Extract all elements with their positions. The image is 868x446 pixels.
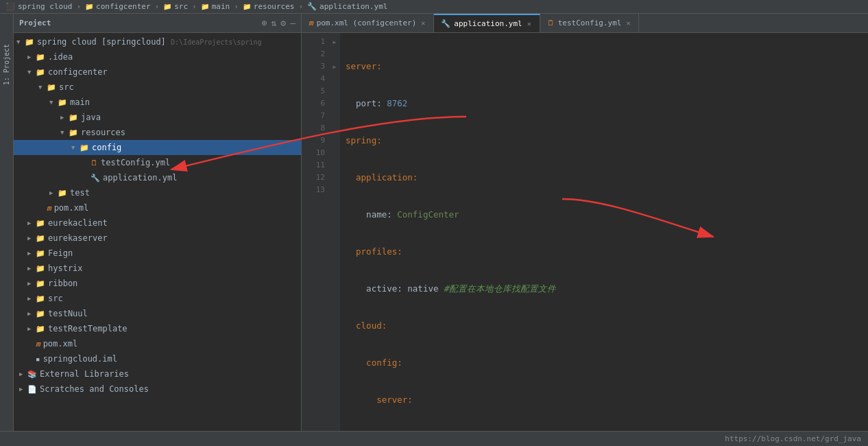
breadcrumb-resources[interactable]: resources (254, 2, 295, 11)
tab-pom-icon: m (309, 19, 313, 27)
breadcrumb-sep4: › (234, 2, 239, 11)
collapse-icon[interactable]: ⇅ (272, 18, 277, 28)
tree-item-testconfig[interactable]: ▶ 🗒 testConfig.yml (14, 155, 301, 170)
configcenter-icon: 📁 (36, 68, 45, 77)
tree-item-ribbon[interactable]: ▶ 📁 ribbon (14, 276, 301, 291)
tree-item-main[interactable]: ▼ 📁 main (14, 95, 301, 110)
testnuul-arrow: ▶ (27, 310, 36, 317)
tree-item-test[interactable]: ▶ 📁 test (14, 185, 301, 200)
tree-item-scratches[interactable]: ▶ 📄 Scratches and Consoles (14, 382, 301, 397)
folder-icon3: 📁 (201, 3, 209, 10)
line-numbers: 12345 678910 111213 (302, 33, 329, 431)
breadcrumb-src[interactable]: src (174, 2, 188, 11)
tree-item-idea[interactable]: ▶ 📁 .idea (14, 49, 301, 64)
root-folder-icon: 📁 (25, 38, 34, 47)
testrest-icon: 📁 (36, 325, 45, 333)
tree-item-java[interactable]: ▶ 📁 java (14, 110, 301, 125)
src2-icon: 📁 (36, 294, 45, 303)
tree-item-testnuul[interactable]: ▶ 📁 testNuul (14, 306, 301, 321)
tree-item-testrest[interactable]: ▶ 📁 testRestTemplate (14, 321, 301, 336)
code-content[interactable]: server: port: 8762 spring: application: … (340, 33, 868, 431)
code-line-6: profiles: (346, 246, 868, 258)
breadcrumb-sep2: › (155, 2, 160, 11)
testconfig-icon: 🗒 (91, 159, 98, 167)
tree-item-resources[interactable]: ▼ 📁 resources (14, 125, 301, 140)
project-panel: Project ⊕ ⇅ ⚙ — ▼ 📁 spring cloud [spring… (14, 14, 302, 431)
project-tree[interactable]: ▼ 📁 spring cloud [springcloud] D:\IdeaPr… (14, 33, 301, 431)
tree-item-eurekaclient[interactable]: ▶ 📁 eurekaclient (14, 215, 301, 231)
bottom-bar: https://blog.csdn.net/grd_java (0, 431, 868, 446)
tab-application-icon: 🔧 (441, 19, 450, 28)
code-line-5: name: ConfigCenter (346, 209, 868, 221)
file-icon: 🔧 (307, 2, 317, 11)
tab-application[interactable]: 🔧 application.yml ✕ (434, 14, 540, 32)
editor-area: m pom.xml (configcenter) ✕ 🔧 application… (302, 14, 868, 431)
tree-item-config[interactable]: ▼ 📁 config (14, 140, 301, 155)
settings-icon[interactable]: ⚙ (280, 18, 286, 28)
breadcrumb-project[interactable]: spring cloud (18, 2, 72, 11)
src-arrow: ▼ (38, 84, 47, 91)
ribbon-icon: 📁 (36, 279, 45, 288)
folder-icon4: 📁 (243, 3, 251, 10)
idea-label: .idea (48, 52, 73, 62)
tree-item-application[interactable]: ▶ 🔧 application.yml (14, 170, 301, 185)
tree-item-pom-configcenter[interactable]: ▶ m pom.xml (14, 200, 301, 215)
src-label: src (59, 82, 74, 92)
hystrix-arrow: ▶ (27, 265, 36, 272)
breadcrumb-sep1: › (76, 2, 81, 11)
pom-cc-label: pom.xml (54, 203, 89, 213)
project-header: Project ⊕ ⇅ ⚙ — (14, 14, 301, 33)
locate-icon[interactable]: ⊕ (262, 18, 267, 28)
tree-item-eurekaserver[interactable]: ▶ 📁 eurekaserver (14, 231, 301, 246)
hide-icon[interactable]: — (290, 18, 296, 28)
pom-cc-icon: m (47, 204, 51, 213)
project-tab-label[interactable]: 1: Project (1, 41, 12, 88)
breadcrumb-configcenter[interactable]: configcenter (96, 2, 150, 11)
code-gutter: ▶ ▶ (329, 33, 340, 431)
tree-item-src[interactable]: ▼ 📁 src (14, 80, 301, 95)
ext-libs-label: External Libraries (40, 369, 129, 379)
tab-application-close[interactable]: ✕ (526, 20, 533, 27)
scratches-label: Scratches and Consoles (40, 384, 149, 394)
tree-root[interactable]: ▼ 📁 spring cloud [springcloud] D:\IdeaPr… (14, 34, 301, 49)
breadcrumb-main[interactable]: main (212, 2, 230, 11)
tree-item-pom-root[interactable]: ▶ m pom.xml (14, 336, 301, 351)
hystrix-icon: 📁 (36, 264, 45, 273)
project-icon: ⬛ (5, 2, 15, 11)
tab-application-label: application.yml (454, 19, 522, 28)
tab-pom[interactable]: m pom.xml (configcenter) ✕ (302, 14, 434, 32)
resources-arrow: ▼ (60, 129, 69, 136)
tab-pom-label: pom.xml (configcenter) (317, 19, 417, 27)
eurekaserver-label: eurekaserver (48, 233, 108, 243)
folder-icon2: 📁 (163, 3, 171, 10)
feign-arrow: ▶ (27, 250, 36, 257)
hystrix-label: hystrix (48, 263, 83, 273)
extlibs-arrow: ▶ (19, 371, 27, 377)
tab-bar: m pom.xml (configcenter) ✕ 🔧 application… (302, 14, 868, 33)
feign-label: Feign (48, 248, 73, 258)
tree-item-feign[interactable]: ▶ 📁 Feign (14, 246, 301, 261)
eurekaserver-arrow: ▶ (27, 235, 36, 242)
config-arrow: ▼ (71, 144, 80, 151)
code-line-3: spring: (346, 134, 868, 147)
tree-item-ext-libs[interactable]: ▶ 📚 External Libraries (14, 366, 301, 382)
breadcrumb-file[interactable]: application.yml (320, 2, 387, 11)
eurekaclient-label: eurekaclient (48, 218, 108, 228)
tree-item-springcloud-iml[interactable]: ▶ ▪ springcloud.iml (14, 351, 301, 366)
code-line-4: application: (346, 172, 868, 184)
testconfig-label: testConfig.yml (101, 158, 170, 167)
feign-icon: 📁 (36, 249, 45, 258)
tab-testconfig-close[interactable]: ✕ (625, 19, 631, 27)
root-arrow: ▼ (16, 38, 25, 45)
tree-item-src2[interactable]: ▶ 📁 src (14, 291, 301, 306)
tree-item-hystrix[interactable]: ▶ 📁 hystrix (14, 261, 301, 276)
code-line-8: cloud: (346, 320, 868, 332)
tree-item-configcenter[interactable]: ▼ 📁 configcenter (14, 64, 301, 80)
tab-testconfig[interactable]: 🗒 testConfig.yml ✕ (540, 14, 640, 32)
idea-folder-icon: 📁 (36, 53, 45, 62)
testnuul-icon: 📁 (36, 309, 45, 318)
testrest-arrow: ▶ (27, 325, 36, 332)
main-area: 1: Project Project ⊕ ⇅ ⚙ — ▼ 📁 spring cl… (0, 14, 868, 431)
pom-root-icon: m (36, 340, 40, 349)
tab-pom-close[interactable]: ✕ (420, 19, 426, 27)
